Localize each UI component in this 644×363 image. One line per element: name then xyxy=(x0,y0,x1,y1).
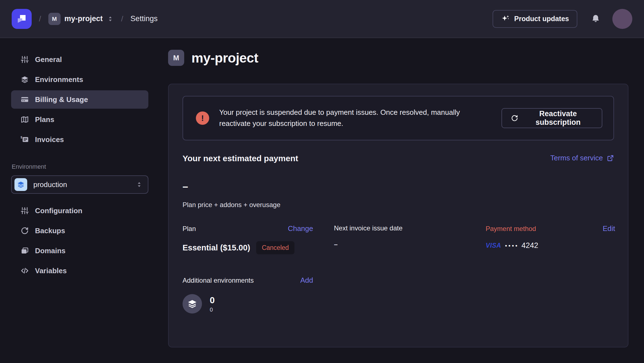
project-initial-badge: M xyxy=(48,13,61,25)
logo-mark-icon xyxy=(15,12,28,26)
layers-icon xyxy=(21,75,29,84)
environment-select[interactable]: production xyxy=(11,175,148,194)
layers-icon xyxy=(17,181,25,188)
breadcrumb-project-switcher[interactable]: M my-project xyxy=(48,13,114,25)
plan-label: Plan xyxy=(183,225,196,233)
breadcrumb-separator: / xyxy=(121,14,123,23)
change-plan-link[interactable]: Change xyxy=(288,224,313,233)
terms-of-service-label: Terms of service xyxy=(550,154,603,162)
chevrons-up-down-icon xyxy=(136,181,143,188)
environment-select-value: production xyxy=(33,180,129,189)
environments-count: 0 xyxy=(210,295,215,305)
alert-exclamation-icon: ! xyxy=(196,111,209,125)
sidebar-item-label: General xyxy=(35,55,62,64)
layers-icon xyxy=(187,299,197,309)
card-last4: 4242 xyxy=(521,241,538,250)
chevrons-up-down-icon xyxy=(107,15,114,23)
sidebar-item-environments[interactable]: Environments xyxy=(11,70,148,89)
sliders-icon xyxy=(21,207,29,215)
top-bar: / M my-project / Settings Product update… xyxy=(0,0,644,38)
alert-message: Your project is suspended due to payment… xyxy=(219,107,491,129)
plan-column: Plan Change Essential ($15.00) Canceled xyxy=(183,224,334,254)
user-avatar[interactable] xyxy=(612,9,632,29)
sidebar-item-label: Variables xyxy=(35,267,67,275)
sidebar-item-label: Billing & Usage xyxy=(35,95,88,104)
estimated-amount-value: – xyxy=(183,182,614,192)
additional-environments-section: Additional environments Add 0 0 xyxy=(183,276,614,314)
add-environment-link[interactable]: Add xyxy=(300,276,313,285)
page-header: M my-project xyxy=(168,50,644,66)
sidebar-item-variables[interactable]: Variables xyxy=(11,262,148,280)
sidebar-item-label: Configuration xyxy=(35,207,82,215)
breadcrumb-section: Settings xyxy=(131,14,158,23)
next-invoice-column: Next invoice issue date – xyxy=(334,224,486,254)
billing-card: ! Your project is suspended due to payme… xyxy=(168,84,628,347)
reactivate-subscription-button[interactable]: Reactivate subscription xyxy=(501,108,602,128)
page-title: my-project xyxy=(191,50,258,66)
environment-section-label: Environment xyxy=(12,163,148,170)
edit-payment-method-link[interactable]: Edit xyxy=(603,224,615,233)
sidebar-item-domains[interactable]: Domains xyxy=(11,242,148,260)
sidebar-item-configuration[interactable]: Configuration xyxy=(11,202,148,220)
estimated-payment-heading: Your next estimated payment xyxy=(183,154,298,163)
additional-environments-label: Additional environments xyxy=(183,277,254,284)
sidebar-item-label: Plans xyxy=(35,115,54,124)
sidebar-item-label: Domains xyxy=(35,247,66,255)
visa-brand-mark: VISA xyxy=(486,242,501,249)
suspension-alert: ! Your project is suspended due to payme… xyxy=(183,96,614,140)
payment-method-column: Payment method Edit VISA •••• 4242 xyxy=(486,224,615,254)
environment-chip xyxy=(14,178,27,191)
svg-text:$: $ xyxy=(21,136,23,139)
sidebar-item-general[interactable]: General xyxy=(11,50,148,69)
sidebar-item-label: Backups xyxy=(35,227,65,235)
settings-sidebar: General Environments Billing & Usage xyxy=(0,38,159,363)
plan-status-badge: Canceled xyxy=(256,241,294,254)
sidebar-item-label: Invoices xyxy=(35,135,64,144)
product-updates-label: Product updates xyxy=(514,15,569,23)
sidebar-item-backups[interactable]: Backups xyxy=(11,222,148,240)
main-content: M my-project ! Your project is suspended… xyxy=(159,38,644,363)
environments-subcount: 0 xyxy=(210,307,215,313)
app-logo[interactable] xyxy=(12,9,32,29)
credit-card-icon xyxy=(21,95,29,104)
sidebar-item-plans[interactable]: Plans xyxy=(11,110,148,129)
rotate-cw-icon xyxy=(21,227,29,235)
sidebar-item-invoices[interactable]: $ Invoices xyxy=(11,130,148,149)
invoice-icon: $ xyxy=(21,135,29,144)
next-invoice-label: Next invoice issue date xyxy=(334,224,403,232)
sidebar-item-billing-usage[interactable]: Billing & Usage xyxy=(11,90,148,109)
notifications-bell-icon[interactable] xyxy=(591,14,601,24)
plan-value: Essential ($15.00) xyxy=(183,243,250,252)
code-icon xyxy=(21,267,29,275)
map-icon xyxy=(21,115,29,124)
sparkles-icon xyxy=(501,14,510,23)
project-initial-badge: M xyxy=(168,50,184,66)
rotate-cw-icon xyxy=(511,114,518,123)
card-number-dots: •••• xyxy=(505,242,519,249)
breadcrumb-separator: / xyxy=(39,14,41,23)
copy-icon xyxy=(21,247,29,255)
sliders-icon xyxy=(21,55,29,64)
reactivate-subscription-label: Reactivate subscription xyxy=(523,110,593,127)
terms-of-service-link[interactable]: Terms of service xyxy=(550,154,614,162)
product-updates-button[interactable]: Product updates xyxy=(493,10,577,28)
sidebar-item-label: Environments xyxy=(35,75,83,84)
external-link-icon xyxy=(607,155,614,162)
environments-count-badge xyxy=(183,294,202,314)
billing-details-grid: Plan Change Essential ($15.00) Canceled … xyxy=(183,224,614,254)
next-invoice-value: – xyxy=(334,240,338,248)
payment-method-label: Payment method xyxy=(486,225,536,233)
breadcrumb-project-name: my-project xyxy=(64,14,103,23)
estimated-amount-formula: Plan price + addons + overusage xyxy=(183,201,614,209)
